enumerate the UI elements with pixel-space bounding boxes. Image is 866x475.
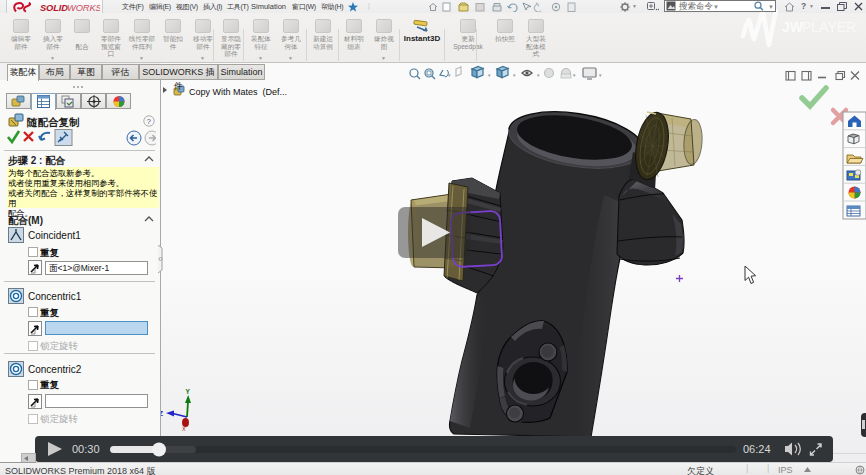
svg-text:▼: ▼ — [536, 73, 540, 78]
svg-text:▼: ▼ — [768, 4, 774, 10]
svg-text:搜索命令: 搜索命令 — [678, 1, 714, 11]
svg-text:06:24: 06:24 — [743, 443, 771, 455]
svg-text:?: ? — [147, 117, 152, 126]
svg-text:▼: ▼ — [598, 73, 602, 78]
svg-text:00:30: 00:30 — [72, 443, 100, 455]
svg-text:Y: Y — [186, 388, 191, 395]
svg-text:▼: ▼ — [487, 73, 491, 78]
svg-text:▼: ▼ — [572, 73, 576, 78]
svg-text:▼: ▼ — [512, 73, 516, 78]
svg-text:▼: ▼ — [447, 73, 451, 78]
svg-text:X: X — [182, 426, 186, 432]
svg-text:▼: ▼ — [713, 4, 719, 10]
